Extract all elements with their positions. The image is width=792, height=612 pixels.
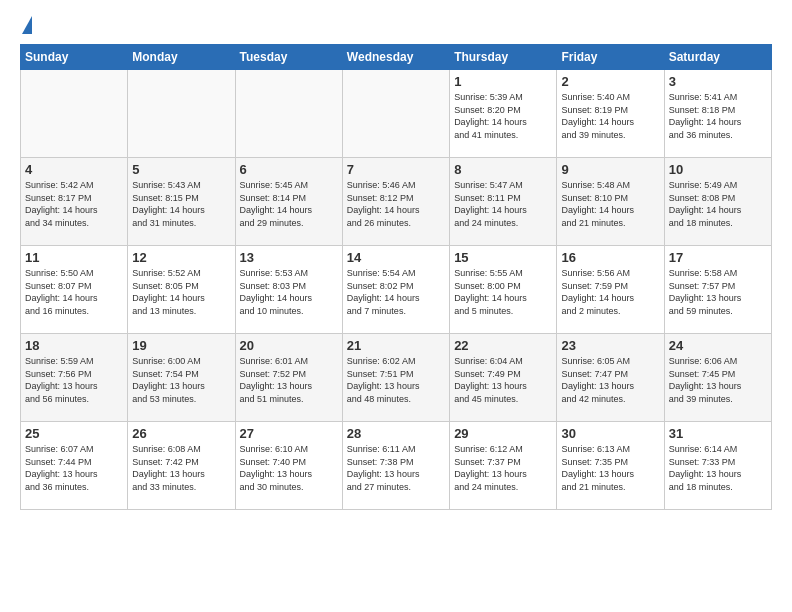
day-number: 7 xyxy=(347,162,445,177)
day-cell: 25Sunrise: 6:07 AM Sunset: 7:44 PM Dayli… xyxy=(21,422,128,510)
day-cell: 3Sunrise: 5:41 AM Sunset: 8:18 PM Daylig… xyxy=(664,70,771,158)
day-number: 31 xyxy=(669,426,767,441)
col-header-wednesday: Wednesday xyxy=(342,45,449,70)
day-cell: 5Sunrise: 5:43 AM Sunset: 8:15 PM Daylig… xyxy=(128,158,235,246)
day-info: Sunrise: 5:45 AM Sunset: 8:14 PM Dayligh… xyxy=(240,179,338,229)
day-info: Sunrise: 6:05 AM Sunset: 7:47 PM Dayligh… xyxy=(561,355,659,405)
day-number: 18 xyxy=(25,338,123,353)
day-cell: 7Sunrise: 5:46 AM Sunset: 8:12 PM Daylig… xyxy=(342,158,449,246)
day-number: 3 xyxy=(669,74,767,89)
day-info: Sunrise: 6:14 AM Sunset: 7:33 PM Dayligh… xyxy=(669,443,767,493)
day-number: 28 xyxy=(347,426,445,441)
day-info: Sunrise: 5:39 AM Sunset: 8:20 PM Dayligh… xyxy=(454,91,552,141)
day-info: Sunrise: 5:46 AM Sunset: 8:12 PM Dayligh… xyxy=(347,179,445,229)
day-info: Sunrise: 6:10 AM Sunset: 7:40 PM Dayligh… xyxy=(240,443,338,493)
day-number: 29 xyxy=(454,426,552,441)
day-number: 26 xyxy=(132,426,230,441)
day-cell: 12Sunrise: 5:52 AM Sunset: 8:05 PM Dayli… xyxy=(128,246,235,334)
day-info: Sunrise: 5:43 AM Sunset: 8:15 PM Dayligh… xyxy=(132,179,230,229)
day-cell: 11Sunrise: 5:50 AM Sunset: 8:07 PM Dayli… xyxy=(21,246,128,334)
day-number: 9 xyxy=(561,162,659,177)
day-info: Sunrise: 5:42 AM Sunset: 8:17 PM Dayligh… xyxy=(25,179,123,229)
day-cell xyxy=(235,70,342,158)
day-number: 11 xyxy=(25,250,123,265)
day-cell: 1Sunrise: 5:39 AM Sunset: 8:20 PM Daylig… xyxy=(450,70,557,158)
day-cell xyxy=(128,70,235,158)
day-cell: 31Sunrise: 6:14 AM Sunset: 7:33 PM Dayli… xyxy=(664,422,771,510)
day-number: 23 xyxy=(561,338,659,353)
day-cell: 19Sunrise: 6:00 AM Sunset: 7:54 PM Dayli… xyxy=(128,334,235,422)
day-number: 10 xyxy=(669,162,767,177)
day-info: Sunrise: 5:49 AM Sunset: 8:08 PM Dayligh… xyxy=(669,179,767,229)
day-info: Sunrise: 5:48 AM Sunset: 8:10 PM Dayligh… xyxy=(561,179,659,229)
day-number: 4 xyxy=(25,162,123,177)
day-cell: 22Sunrise: 6:04 AM Sunset: 7:49 PM Dayli… xyxy=(450,334,557,422)
day-info: Sunrise: 5:59 AM Sunset: 7:56 PM Dayligh… xyxy=(25,355,123,405)
logo xyxy=(20,16,32,36)
day-number: 15 xyxy=(454,250,552,265)
day-number: 21 xyxy=(347,338,445,353)
week-row-2: 4Sunrise: 5:42 AM Sunset: 8:17 PM Daylig… xyxy=(21,158,772,246)
day-info: Sunrise: 5:40 AM Sunset: 8:19 PM Dayligh… xyxy=(561,91,659,141)
day-number: 30 xyxy=(561,426,659,441)
day-cell: 2Sunrise: 5:40 AM Sunset: 8:19 PM Daylig… xyxy=(557,70,664,158)
day-info: Sunrise: 5:58 AM Sunset: 7:57 PM Dayligh… xyxy=(669,267,767,317)
day-number: 1 xyxy=(454,74,552,89)
day-number: 16 xyxy=(561,250,659,265)
day-info: Sunrise: 6:04 AM Sunset: 7:49 PM Dayligh… xyxy=(454,355,552,405)
day-cell: 27Sunrise: 6:10 AM Sunset: 7:40 PM Dayli… xyxy=(235,422,342,510)
day-cell: 21Sunrise: 6:02 AM Sunset: 7:51 PM Dayli… xyxy=(342,334,449,422)
day-info: Sunrise: 6:07 AM Sunset: 7:44 PM Dayligh… xyxy=(25,443,123,493)
week-row-5: 25Sunrise: 6:07 AM Sunset: 7:44 PM Dayli… xyxy=(21,422,772,510)
day-number: 25 xyxy=(25,426,123,441)
day-cell: 4Sunrise: 5:42 AM Sunset: 8:17 PM Daylig… xyxy=(21,158,128,246)
day-number: 20 xyxy=(240,338,338,353)
header xyxy=(20,16,772,36)
col-header-sunday: Sunday xyxy=(21,45,128,70)
day-number: 14 xyxy=(347,250,445,265)
day-cell: 30Sunrise: 6:13 AM Sunset: 7:35 PM Dayli… xyxy=(557,422,664,510)
day-info: Sunrise: 5:47 AM Sunset: 8:11 PM Dayligh… xyxy=(454,179,552,229)
day-cell: 6Sunrise: 5:45 AM Sunset: 8:14 PM Daylig… xyxy=(235,158,342,246)
day-info: Sunrise: 5:56 AM Sunset: 7:59 PM Dayligh… xyxy=(561,267,659,317)
day-number: 8 xyxy=(454,162,552,177)
day-info: Sunrise: 6:00 AM Sunset: 7:54 PM Dayligh… xyxy=(132,355,230,405)
day-number: 13 xyxy=(240,250,338,265)
day-cell: 20Sunrise: 6:01 AM Sunset: 7:52 PM Dayli… xyxy=(235,334,342,422)
day-info: Sunrise: 5:54 AM Sunset: 8:02 PM Dayligh… xyxy=(347,267,445,317)
day-info: Sunrise: 6:11 AM Sunset: 7:38 PM Dayligh… xyxy=(347,443,445,493)
day-info: Sunrise: 6:02 AM Sunset: 7:51 PM Dayligh… xyxy=(347,355,445,405)
day-cell: 28Sunrise: 6:11 AM Sunset: 7:38 PM Dayli… xyxy=(342,422,449,510)
day-number: 2 xyxy=(561,74,659,89)
day-info: Sunrise: 6:08 AM Sunset: 7:42 PM Dayligh… xyxy=(132,443,230,493)
day-info: Sunrise: 6:01 AM Sunset: 7:52 PM Dayligh… xyxy=(240,355,338,405)
day-number: 22 xyxy=(454,338,552,353)
week-row-4: 18Sunrise: 5:59 AM Sunset: 7:56 PM Dayli… xyxy=(21,334,772,422)
day-cell: 10Sunrise: 5:49 AM Sunset: 8:08 PM Dayli… xyxy=(664,158,771,246)
day-number: 12 xyxy=(132,250,230,265)
day-cell xyxy=(342,70,449,158)
day-number: 17 xyxy=(669,250,767,265)
header-row: SundayMondayTuesdayWednesdayThursdayFrid… xyxy=(21,45,772,70)
day-cell: 24Sunrise: 6:06 AM Sunset: 7:45 PM Dayli… xyxy=(664,334,771,422)
page: SundayMondayTuesdayWednesdayThursdayFrid… xyxy=(0,0,792,520)
day-number: 6 xyxy=(240,162,338,177)
col-header-monday: Monday xyxy=(128,45,235,70)
day-info: Sunrise: 6:06 AM Sunset: 7:45 PM Dayligh… xyxy=(669,355,767,405)
col-header-thursday: Thursday xyxy=(450,45,557,70)
day-info: Sunrise: 6:13 AM Sunset: 7:35 PM Dayligh… xyxy=(561,443,659,493)
day-info: Sunrise: 5:50 AM Sunset: 8:07 PM Dayligh… xyxy=(25,267,123,317)
day-cell: 15Sunrise: 5:55 AM Sunset: 8:00 PM Dayli… xyxy=(450,246,557,334)
day-cell: 18Sunrise: 5:59 AM Sunset: 7:56 PM Dayli… xyxy=(21,334,128,422)
col-header-friday: Friday xyxy=(557,45,664,70)
logo-triangle-icon xyxy=(22,16,32,34)
day-cell: 9Sunrise: 5:48 AM Sunset: 8:10 PM Daylig… xyxy=(557,158,664,246)
day-cell: 23Sunrise: 6:05 AM Sunset: 7:47 PM Dayli… xyxy=(557,334,664,422)
day-info: Sunrise: 5:52 AM Sunset: 8:05 PM Dayligh… xyxy=(132,267,230,317)
day-cell: 13Sunrise: 5:53 AM Sunset: 8:03 PM Dayli… xyxy=(235,246,342,334)
day-info: Sunrise: 5:53 AM Sunset: 8:03 PM Dayligh… xyxy=(240,267,338,317)
day-number: 19 xyxy=(132,338,230,353)
calendar-table: SundayMondayTuesdayWednesdayThursdayFrid… xyxy=(20,44,772,510)
day-cell: 16Sunrise: 5:56 AM Sunset: 7:59 PM Dayli… xyxy=(557,246,664,334)
day-info: Sunrise: 6:12 AM Sunset: 7:37 PM Dayligh… xyxy=(454,443,552,493)
